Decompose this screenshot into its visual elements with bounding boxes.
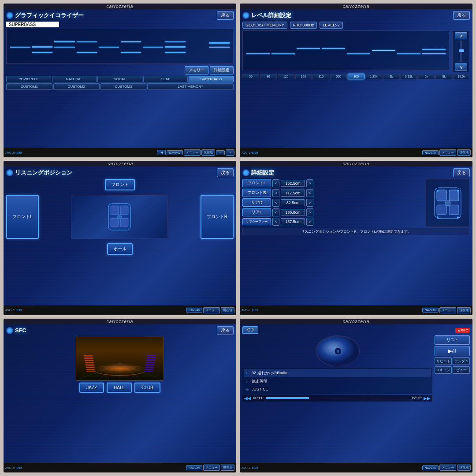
ctrl-current[interactable]: 現在地 [201,149,215,156]
track-icon-1: ♪ [245,379,250,383]
cd-track-2[interactable]: ◎ JUSTICE [244,386,431,393]
unit-listen: carrozzeria リスニングポジション 戻る フロント フロントL [4,161,236,315]
eq-memory-button[interactable]: メモリー [185,66,208,74]
brand-level: carrozzeria [240,4,472,9]
freq-80[interactable]: 80 [260,74,277,79]
car-diagram [71,195,168,239]
screen-listen: リスニングポジション 戻る フロント フロントL [4,167,236,305]
cd-track-1[interactable]: ♪ 徳永英明 [244,377,431,386]
freq-125[interactable]: 125 [278,74,294,79]
setting-arrow-r-2[interactable]: ＞ [306,199,313,207]
eq-detail-button[interactable]: 詳細設定 [210,66,234,74]
eq-preset-display: SUPERBASS [6,22,59,27]
setting-arrow-l-4[interactable]: ＜ [272,218,279,226]
level-arrow-up[interactable]: ∧ [455,32,467,39]
level-bar-group [243,44,449,56]
setting-arrow-r-0[interactable]: ＞ [306,179,313,187]
eq-preset-superbass[interactable]: SUPERBASS [189,76,234,82]
ctrl5-menu[interactable]: メニュー [203,465,220,471]
ctrl-minus[interactable]: − [216,150,225,155]
cd-sidebar: リスト ▶/II リピート ランダム スキャン ビュー [435,335,470,402]
eq-preset-powerful[interactable]: POWERFUL [6,76,51,82]
freq-800[interactable]: 800 [348,74,364,79]
ctrl2-navi[interactable]: NAVI/AV [422,150,439,155]
ctrl4-navi[interactable]: NAVI/AV [422,308,439,312]
cd-play-button[interactable]: ▶/II [435,346,470,356]
freq-5k[interactable]: 5k [418,74,435,79]
cd-time-bar: ◀◀ 00'11'' 05'12'' ▶▶ [242,395,432,402]
eq-preset-vocal[interactable]: VOCAL [97,76,142,82]
ctrl-menu[interactable]: メニュー [184,149,201,156]
eq-preset-custom3[interactable]: CUSTOM3 [100,83,147,90]
ctrl2-menu[interactable]: メニュー [439,149,456,156]
cd-random-button[interactable]: ランダム [453,357,470,365]
freq-8k[interactable]: 8k [435,74,452,79]
level-arrow-down[interactable]: ∨ [455,63,467,71]
svg-point-28 [337,350,339,353]
ctrl-btn-prev[interactable]: ◀ [157,150,166,155]
setting-arrow-r-1[interactable]: ＞ [306,189,313,197]
setting-value-2: 82.5cm [281,199,305,206]
ctrl3-navi[interactable]: NAVI/AV [186,308,202,312]
ctrl3-menu[interactable]: メニュー [203,307,220,313]
cd-track-0[interactable]: ♪ 02 遠れかけのRadio [244,369,431,377]
eq-back-button[interactable]: 戻る [217,11,234,20]
pos-front-right-button[interactable]: フロントR [201,195,234,239]
setting-arrow-l-0[interactable]: ＜ [272,179,279,187]
ctrl-navi[interactable]: NAVI/AV [167,150,183,155]
freq-50[interactable]: 50 [242,74,259,79]
cd-view-button[interactable]: ビュー [453,366,470,374]
pos-front-left-button[interactable]: フロントL [6,195,39,239]
ctrl5-navi[interactable]: NAVI/AV [186,465,202,470]
eq-preset-custom2[interactable]: CUSTOM2 [53,83,100,90]
sfc-jazz-button[interactable]: JAZZ [79,383,104,393]
listen-back-button[interactable]: 戻る [217,168,234,177]
ctrl2-current[interactable]: 現在地 [457,149,471,156]
ctrl-plus[interactable]: ＋ [226,149,234,156]
freq-315[interactable]: 315 [312,74,329,79]
eq-preset-last-memory[interactable]: LAST MEMORY [147,83,234,90]
ctrl6-menu[interactable]: メニュー [439,465,456,471]
eq-preset-flat[interactable]: FLAT [143,76,188,82]
pos-all-button[interactable]: オール [107,243,133,255]
sfc-hall-button[interactable]: HALL [107,383,132,393]
rec-badge[interactable]: ▲REC [455,328,470,333]
freq-500[interactable]: 500 [330,74,347,79]
screen-cd: CD ▲REC [240,324,472,463]
ctrl3-current[interactable]: 現在地 [221,307,234,313]
setting-arrow-r-4[interactable]: ＞ [306,218,313,226]
pos-front-button[interactable]: フロント [105,179,135,190]
freq-3150[interactable]: 3.15k [401,74,417,79]
eq-preset-natural[interactable]: NATURAL [52,76,97,82]
setting-arrow-l-2[interactable]: ＜ [272,199,279,207]
car-detail-svg [428,186,468,221]
ctrl5-current[interactable]: 現在地 [221,465,234,471]
svg-point-12 [445,201,450,206]
cd-tab[interactable]: CD [242,326,258,334]
detail-back-button[interactable]: 戻る [453,168,470,177]
ctrl6-current[interactable]: 現在地 [457,465,471,471]
level-slider-track[interactable] [460,41,462,62]
cd-repeat-button[interactable]: リピート [435,357,452,365]
sfc-club-button[interactable]: CLUB [134,383,160,393]
cd-scan-button[interactable]: スキャン [435,366,452,374]
setting-arrow-l-1[interactable]: ＜ [272,189,279,197]
freq-12500[interactable]: 12.5k [453,74,470,79]
ctrl4-menu[interactable]: メニュー [439,307,456,313]
freq-2k[interactable]: 2k [383,74,400,79]
eq-preset-custom1[interactable]: CUSTOM1 [6,83,52,90]
cd-rewind-button[interactable]: ◀◀ [244,396,251,401]
setting-arrow-l-3[interactable]: ＜ [272,208,279,216]
eq-presets-row: POWERFUL NATURAL VOCAL FLAT SUPERBASS [6,76,234,82]
freq-200[interactable]: 200 [295,74,312,79]
cd-forward-button[interactable]: ▶▶ [424,396,431,401]
level-back-button[interactable]: 戻る [453,11,470,20]
setting-arrow-r-3[interactable]: ＞ [306,208,313,216]
sfc-back-button[interactable]: 戻る [217,326,234,335]
ctrl6-navi[interactable]: NAVI/AV [422,465,439,470]
ctrl4-current[interactable]: 現在地 [457,307,471,313]
svg-rect-11 [449,205,459,215]
freq-1250[interactable]: 1.25k [365,74,382,79]
listen-icon [6,169,13,176]
cd-list-button[interactable]: リスト [435,335,470,345]
